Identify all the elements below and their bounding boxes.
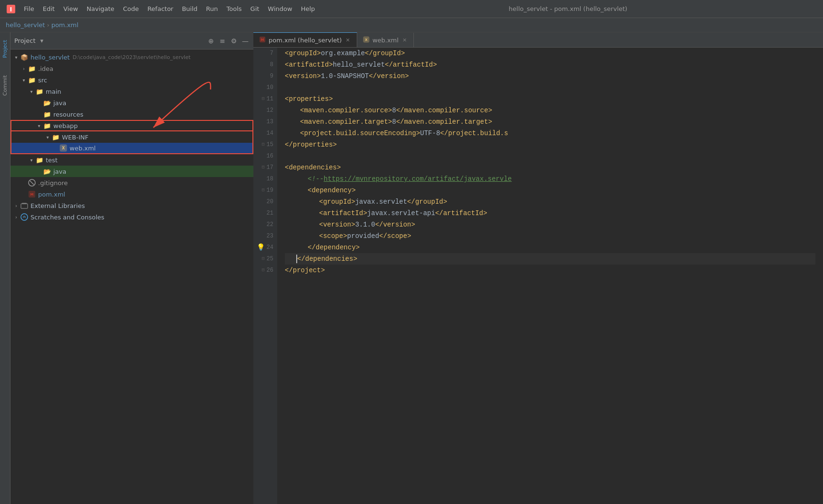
link-18[interactable]: https://mvnrepository.com/artifact/javax… [324, 173, 512, 185]
menu-edit[interactable]: Edit [39, 3, 59, 14]
menu-help[interactable]: Help [297, 3, 319, 14]
code-line-7: <groupId>org.example</groupId> [285, 48, 815, 59]
tab-pom-close[interactable]: ✕ [345, 37, 351, 44]
scratches-icon [20, 213, 29, 221]
tree-item-src[interactable]: ▾ 📁 src [10, 74, 253, 86]
tree-item-pom[interactable]: M pom.xml [10, 188, 253, 200]
breadcrumb-file[interactable]: pom.xml [51, 21, 79, 29]
tree-item-idea[interactable]: › 📁 .idea [10, 63, 253, 74]
locate-icon[interactable]: ⊕ [207, 37, 215, 45]
tree-item-scratches[interactable]: › Scratches and Consoles [10, 211, 253, 223]
code-line-23: <scope>provided</scope> [285, 230, 815, 242]
bracket: </ [375, 219, 383, 230]
label-java: java [53, 99, 66, 107]
text: UTF-8 [420, 128, 440, 139]
arrow-idea: › [20, 65, 28, 72]
tag: artifactId [323, 208, 363, 219]
tree-item-gitignore[interactable]: .gitignore [10, 177, 253, 188]
ln-17: ⊟17 [257, 162, 273, 173]
menu-file[interactable]: File [20, 3, 38, 14]
maven-icon: M [28, 190, 36, 198]
svg-text:I: I [10, 6, 12, 13]
fold-17[interactable]: ⊟ [262, 162, 265, 173]
fold-25[interactable]: ⊟ [262, 253, 265, 265]
tag: version [289, 70, 317, 82]
code-editor[interactable]: 7 8 9 10 ⊟11 12 13 14 ⊟15 16 ⊟17 18 ⊟19 … [253, 48, 823, 504]
arrow-pom [20, 190, 28, 198]
bracket: </ [385, 59, 393, 70]
tree-item-webxml[interactable]: X web.xml [10, 143, 253, 154]
tag: artifactId [443, 208, 483, 219]
side-tab-commit[interactable]: Commit [0, 71, 10, 99]
module-icon: 📦 [20, 53, 29, 61]
bracket: > [416, 128, 420, 139]
menu-tools[interactable]: Tools [223, 3, 246, 14]
project-panel: Project ▾ ⊕ ≡ ⚙ — ▾ 📦 hello_servlet D:\c… [10, 32, 253, 504]
bracket: > [356, 242, 360, 253]
menu-code[interactable]: Code [119, 3, 142, 14]
bracket: < [285, 93, 289, 105]
bracket: < [319, 219, 323, 230]
tab-webxml-label: web.xml [372, 37, 399, 44]
project-dropdown-arrow[interactable]: ▾ [40, 37, 43, 44]
bracket: < [308, 185, 311, 196]
menu-build[interactable]: Build [178, 3, 201, 14]
fold-15[interactable]: ⊟ [262, 139, 265, 150]
bracket: > [401, 48, 405, 59]
tree-item-resources[interactable]: 📁 resources [10, 109, 253, 120]
file-tree[interactable]: ▾ 📦 hello_servlet D:\code\java_code\2023… [10, 49, 253, 504]
line-numbers: 7 8 9 10 ⊟11 12 13 14 ⊟15 16 ⊟17 18 ⊟19 … [253, 48, 277, 504]
fold-26[interactable]: ⊟ [262, 265, 265, 276]
fold-11[interactable]: ⊟ [262, 93, 265, 105]
test-src-folder-icon: 📂 [43, 167, 51, 176]
tree-item-main[interactable]: ▾ 📁 main [10, 86, 253, 97]
tag: artifactId [289, 59, 329, 70]
tab-web-xml[interactable]: X web.xml ✕ [357, 33, 414, 47]
menu-window[interactable]: Window [264, 3, 296, 14]
menu-refactor[interactable]: Refactor [143, 3, 177, 14]
text: provided [347, 230, 379, 242]
code-line-13: <maven.compiler.target>8</maven.compiler… [285, 116, 815, 128]
tab-pom-xml[interactable]: M pom.xml (hello_servlet) ✕ [253, 32, 357, 47]
menu-view[interactable]: View [60, 3, 82, 14]
tree-item-test-java[interactable]: 📂 java [10, 166, 253, 177]
scroll-from-source-icon[interactable]: ≡ [218, 37, 227, 45]
side-tab-project[interactable]: Project [0, 36, 10, 62]
tree-item-webapp[interactable]: ▾ 📁 webapp [10, 120, 253, 131]
arrow-test-java [35, 168, 43, 175]
ln-13: 13 [257, 116, 273, 128]
arrow-webapp: ▾ [35, 122, 43, 129]
menu-git[interactable]: Git [247, 3, 263, 14]
bracket: > [353, 253, 357, 265]
code-line-25: </dependencies> [285, 253, 815, 265]
tab-webxml-close[interactable]: ✕ [401, 37, 408, 44]
ln-24: 💡24 [257, 242, 273, 253]
code-content[interactable]: <groupId>org.example</groupId> <artifact… [277, 48, 823, 504]
bracket: > [411, 219, 415, 230]
tree-item-webinf[interactable]: ▾ 📁 WEB-INF [10, 131, 253, 143]
collapse-icon[interactable]: — [241, 37, 250, 45]
menu-navigate[interactable]: Navigate [83, 3, 118, 14]
bracket: > [363, 208, 367, 219]
ln-12: 12 [257, 105, 273, 116]
path-hello-servlet: D:\code\java_code\2023\servlet\hello_ser… [72, 54, 191, 60]
bracket: > [483, 208, 487, 219]
bracket: > [351, 219, 355, 230]
bracket: </ [396, 116, 404, 128]
tree-item-test[interactable]: ▾ 📁 test [10, 154, 253, 166]
tree-item-external-libs[interactable]: › External Libraries [10, 200, 253, 211]
breadcrumb-project[interactable]: hello_servlet [6, 21, 45, 29]
options-icon[interactable]: ⚙ [230, 37, 238, 45]
bracket: </ [407, 196, 415, 208]
tree-item-java[interactable]: 📂 java [10, 97, 253, 109]
bulb-24[interactable]: 💡 [257, 242, 265, 253]
tag: maven.compiler.target [404, 116, 488, 128]
menu-run[interactable]: Run [202, 3, 222, 14]
bracket: < [319, 230, 323, 242]
bracket: > [333, 139, 337, 150]
fold-19[interactable]: ⊟ [262, 185, 265, 196]
bracket: > [321, 265, 325, 276]
tree-item-hello-servlet[interactable]: ▾ 📦 hello_servlet D:\code\java_code\2023… [10, 51, 253, 63]
bracket: < [285, 59, 289, 70]
tag: scope [323, 230, 343, 242]
